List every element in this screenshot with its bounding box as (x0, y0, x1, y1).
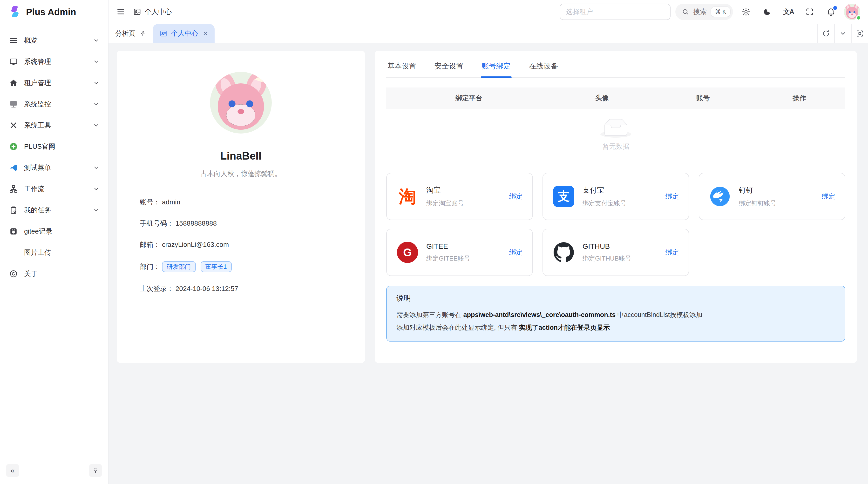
dept-tag: 研发部门 (162, 261, 196, 272)
notification-bell-icon[interactable] (823, 4, 839, 20)
chevron-down-icon (93, 59, 99, 65)
sidebar-item-tenant-management[interactable]: 租户管理 (4, 72, 104, 94)
sidebar-item-about[interactable]: 关于 (4, 263, 104, 284)
col-account: 账号 (652, 94, 753, 103)
pin-icon (140, 30, 146, 37)
profile-card-icon (133, 8, 141, 16)
tab-profile-center[interactable]: 个人中心 ✕ (153, 24, 215, 43)
notification-badge (833, 6, 837, 10)
pin-icon (92, 467, 99, 474)
chevron-down-icon (93, 207, 99, 213)
sidebar-item-gitee-records[interactable]: gitee记录 (4, 221, 104, 242)
search-label: 搜索 (693, 7, 707, 17)
profile-name: LinaBell (140, 150, 342, 162)
dept-tag: 董事长1 (200, 261, 232, 272)
translate-icon[interactable]: 文A (780, 4, 797, 20)
chevron-down-icon (93, 122, 99, 128)
chevron-down-icon (93, 165, 99, 171)
chevron-down-icon (93, 101, 99, 107)
table-empty-state: 暂无数据 (386, 109, 845, 163)
sidebar-item-test-menu[interactable]: 测试菜单 (4, 157, 104, 179)
sidebar-item-system-management[interactable]: 系统管理 (4, 51, 104, 72)
sidebar-footer: « (0, 463, 108, 484)
alipay-icon: 支 (553, 185, 575, 207)
note-line-2: 添加对应模板后会在此处显示绑定, 但只有 实现了action才能在登录页显示 (396, 321, 835, 334)
binding-card-github: GITHUB 绑定GITHUB账号 绑定 (542, 229, 689, 276)
refresh-icon[interactable] (817, 24, 834, 43)
monitor-icon (9, 57, 18, 66)
sidebar-item-workflow[interactable]: 工作流 (4, 179, 104, 200)
global-search[interactable]: 搜索 ⌘ K (675, 4, 733, 20)
display-icon (9, 100, 18, 108)
profile-dept-row: 部门： 研发部门 董事长1 (140, 261, 342, 272)
tab-online-devices[interactable]: 在线设备 (528, 55, 559, 77)
info-note: 说明 需要添加第三方账号在 apps\web-antd\src\views\_c… (386, 286, 845, 342)
note-line-1: 需要添加第三方账号在 apps\web-antd\src\views\_core… (396, 309, 835, 321)
dark-mode-moon-icon[interactable] (759, 4, 775, 20)
sidebar-item-system-monitor[interactable]: 系统监控 (4, 94, 104, 115)
gitee-icon: G (396, 241, 418, 263)
tab-account-binding[interactable]: 账号绑定 (481, 55, 512, 77)
tab-bar: 分析页 个人中心 ✕ (108, 24, 868, 43)
sidebar-item-my-tasks[interactable]: 我的任务 (4, 200, 104, 221)
page-content: LinaBell 古木向人秋，惊蓬掠鬓稠。 账号： admin 手机号码： 15… (108, 43, 868, 484)
tools-icon (9, 121, 18, 130)
app-logo: Plus Admin (0, 0, 108, 24)
profile-avatar (210, 72, 272, 133)
chevron-down-icon (93, 37, 99, 44)
maximize-icon[interactable] (851, 24, 868, 43)
sidebar-item-overview[interactable]: 概览 (4, 30, 104, 51)
chevron-down-icon (93, 80, 99, 86)
profile-card: LinaBell 古木向人秋，惊蓬掠鬓稠。 账号： admin 手机号码： 15… (117, 51, 365, 363)
sidebar: Plus Admin 概览 系统管理 租户管理 系统监控 (0, 0, 108, 484)
bind-github-button[interactable]: 绑定 (665, 248, 679, 257)
hamburger-menu-icon[interactable] (116, 7, 125, 17)
bind-gitee-button[interactable]: 绑定 (509, 248, 523, 257)
tab-analysis[interactable]: 分析页 (108, 24, 153, 43)
breadcrumb-label: 个人中心 (145, 7, 172, 17)
bind-taobao-button[interactable]: 绑定 (509, 192, 523, 201)
bind-alipay-button[interactable]: 绑定 (665, 192, 679, 201)
col-platform: 绑定平台 (386, 94, 551, 103)
close-icon[interactable]: ✕ (203, 30, 208, 37)
bind-dingtalk-button[interactable]: 绑定 (822, 192, 835, 201)
profile-phone-row: 手机号码： 15888888888 (140, 219, 342, 228)
profile-details: 账号： admin 手机号码： 15888888888 邮箱： crazyLio… (140, 198, 342, 293)
home-icon (9, 78, 18, 87)
settings-tabs: 基本设置 安全设置 账号绑定 在线设备 (386, 55, 845, 78)
profile-last-login-row: 上次登录： 2024-10-06 13:12:57 (140, 284, 342, 293)
sidebar-collapse-button[interactable]: « (6, 464, 19, 477)
sidebar-item-image-upload[interactable]: 图片上传 (4, 242, 104, 263)
search-icon (682, 8, 689, 16)
clipboard-icon (9, 206, 18, 215)
empty-inbox-icon (600, 118, 631, 138)
binding-card-taobao: 淘 淘宝 绑定淘宝账号 绑定 (386, 173, 533, 220)
tab-security-settings[interactable]: 安全设置 (434, 55, 464, 77)
menu-icon (9, 36, 18, 45)
app-title: Plus Admin (26, 7, 76, 18)
binding-card-dingtalk: 钉钉 绑定钉钉账号 绑定 (699, 173, 845, 220)
profile-email-row: 邮箱： crazyLionLi@163.com (140, 240, 342, 249)
settings-gear-icon[interactable] (738, 4, 754, 20)
fullscreen-icon[interactable] (802, 4, 818, 20)
user-avatar[interactable] (844, 4, 860, 20)
profile-card-icon (160, 30, 167, 37)
sidebar-menu: 概览 系统管理 租户管理 系统监控 系统工具 (0, 24, 108, 463)
vscode-icon (9, 163, 18, 172)
profile-account-row: 账号： admin (140, 198, 342, 207)
sidebar-pin-button[interactable] (89, 464, 102, 477)
breadcrumb: 个人中心 (133, 7, 172, 17)
col-avatar: 头像 (551, 94, 652, 103)
tenant-select-input[interactable] (560, 4, 671, 20)
chevron-down-icon[interactable] (834, 24, 851, 43)
tab-basic-settings[interactable]: 基本设置 (386, 55, 417, 77)
col-actions: 操作 (753, 94, 845, 103)
binding-table-header: 绑定平台 头像 账号 操作 (386, 88, 845, 109)
binding-cards: 淘 淘宝 绑定淘宝账号 绑定 支 支付宝 绑定支付宝账号 绑定 (386, 173, 845, 276)
search-shortcut-kbd: ⌘ K (711, 6, 731, 17)
sitemap-icon (9, 185, 18, 193)
taobao-icon: 淘 (396, 185, 418, 207)
sidebar-item-plus-website[interactable]: PLUS官网 (4, 136, 104, 157)
profile-motto: 古木向人秋，惊蓬掠鬓稠。 (140, 169, 342, 179)
sidebar-item-system-tools[interactable]: 系统工具 (4, 115, 104, 136)
